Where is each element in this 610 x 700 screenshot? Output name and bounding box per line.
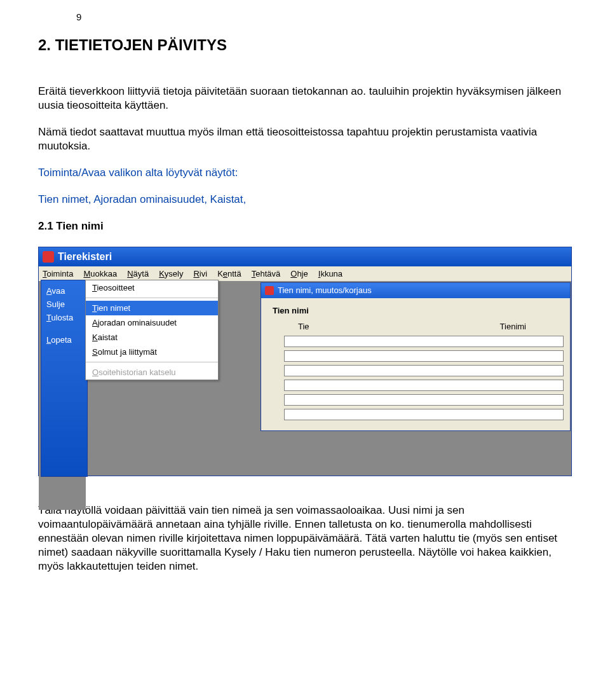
submenu-kaistat[interactable]: Kaistat — [86, 330, 218, 345]
tie-input-3[interactable] — [284, 365, 564, 376]
tie-input-1[interactable] — [284, 336, 564, 347]
child-app-icon — [265, 286, 274, 295]
document-page: 9 2. TIETIETOJEN PÄIVITYS Eräitä tieverk… — [0, 0, 610, 612]
paragraph-2: Nämä tiedot saattavat muuttua myös ilman… — [38, 125, 572, 153]
label-tienimi: Tienimi — [500, 322, 526, 331]
app-screenshot: Tierekisteri Toiminta Muokkaa Näytä Kyse… — [38, 247, 572, 476]
menu-sulje[interactable]: Sulje — [44, 298, 86, 311]
menu-nayta[interactable]: Näytä — [127, 269, 149, 278]
page-number: 9 — [76, 11, 572, 22]
menu-ohje[interactable]: Ohje — [290, 269, 308, 278]
menu-kysely[interactable]: Kysely — [159, 269, 183, 278]
label-tie: Tie — [298, 322, 309, 331]
tie-input-6[interactable] — [284, 409, 564, 420]
submenu-tieosoitteet[interactable]: Tieosoitteet — [86, 280, 218, 295]
menu-kentta[interactable]: Kenttä — [217, 269, 241, 278]
menu-ikkuna[interactable]: Ikkuna — [318, 269, 342, 278]
child-body: Tien nimi Tie Tienimi — [261, 298, 570, 430]
tie-input-2[interactable] — [284, 350, 564, 362]
submenu-osoitehistorian: Osoitehistorian katselu — [86, 365, 218, 380]
submenu-ajoradan[interactable]: Ajoradan ominaisuudet — [86, 315, 218, 330]
menubar: Toiminta Muokkaa Näytä Kysely Rivi Kentt… — [39, 266, 571, 281]
paragraph-5: Tällä näytöllä voidaan päivittää vain ti… — [38, 504, 572, 573]
avaa-submenu: Tieosoitteet Tien nimet Ajoradan ominais… — [85, 280, 219, 380]
paragraph-3: Toiminta/Avaa valikon alta löytyvät näyt… — [38, 166, 572, 180]
menu-tehtava[interactable]: Tehtävä — [252, 269, 281, 278]
submenu-solmut[interactable]: Solmut ja liittymät — [86, 345, 218, 359]
paragraph-4: Tien nimet, Ajoradan ominaisuudet, Kaist… — [38, 193, 572, 207]
menu-rivi[interactable]: Rivi — [193, 269, 207, 278]
app-title: Tierekisteri — [58, 251, 112, 263]
child-window-title: Tien nimi, muutos/korjaus — [278, 285, 372, 295]
titlebar: Tierekisteri — [39, 247, 571, 266]
menu-tulosta[interactable]: Tulosta — [44, 311, 86, 324]
submenu-tien-nimet[interactable]: Tien nimet — [86, 301, 218, 315]
tie-input-4[interactable] — [284, 380, 564, 391]
menu-lopeta[interactable]: Lopeta — [44, 333, 86, 347]
group-label: Tien nimi — [273, 306, 559, 315]
menu-toiminta[interactable]: Toiminta — [43, 269, 73, 278]
section-heading: 2. TIETIETOJEN PÄIVITYS — [38, 36, 572, 54]
menu-muokkaa[interactable]: Muokkaa — [83, 269, 117, 278]
paragraph-1: Eräitä tieverkkoon liittyviä tietoja päi… — [38, 85, 572, 113]
subsection-heading: 2.1 Tien nimi — [38, 220, 572, 233]
child-window: Tien nimi, muutos/korjaus Tien nimi Tie … — [261, 282, 571, 431]
child-titlebar: Tien nimi, muutos/korjaus — [261, 283, 570, 298]
toiminta-dropdown: Avaa Sulje Tulosta Lopeta — [41, 280, 88, 477]
tie-input-5[interactable] — [284, 394, 564, 406]
menu-avaa[interactable]: Avaa — [44, 284, 86, 298]
app-icon — [43, 251, 54, 263]
